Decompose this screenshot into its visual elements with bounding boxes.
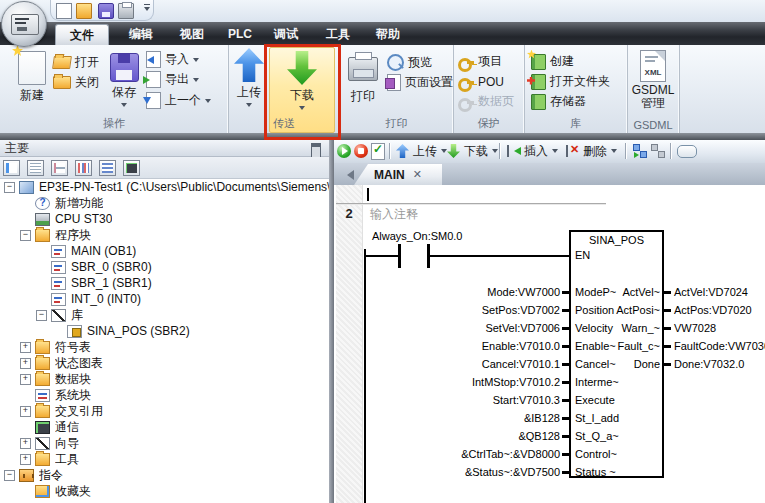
compile-button[interactable] xyxy=(371,141,385,161)
export-button[interactable]: 导出 xyxy=(146,71,199,88)
output-operand[interactable]: FaultCode:VW7030 xyxy=(674,340,765,352)
tab-file[interactable]: 文件 xyxy=(55,24,109,46)
library-memory-button[interactable]: 存储器 xyxy=(531,93,586,110)
input-operand[interactable]: Enable:V7010.0 xyxy=(334,340,560,352)
tree-expand-toggle[interactable]: + xyxy=(20,406,31,417)
stop-button[interactable] xyxy=(354,141,368,161)
customize-quick-access-icon[interactable] xyxy=(144,7,150,14)
close-button[interactable]: 关闭 xyxy=(53,74,99,91)
contact-bar[interactable] xyxy=(398,244,401,268)
network-comment[interactable]: 输入注释 xyxy=(370,206,418,223)
run-button[interactable] xyxy=(337,141,351,161)
tree-expand-toggle[interactable]: + xyxy=(20,342,31,353)
upload-toolbar-button[interactable]: 上传 xyxy=(396,141,447,161)
output-operand[interactable]: ActVel:VD7024 xyxy=(674,286,748,298)
gsdml-manage-button[interactable]: XML GSDML管理 xyxy=(630,50,676,110)
tree-expand-toggle[interactable]: + xyxy=(20,438,31,449)
save-button[interactable]: 保存 xyxy=(106,53,142,110)
tab-edit[interactable]: 编辑 xyxy=(116,24,166,45)
insert-button[interactable]: 插入 xyxy=(507,141,558,161)
tree-item[interactable]: −EP3E-PN-Test1 (C:\Users\Public\Document… xyxy=(0,179,329,195)
tree-item[interactable]: 系统块 xyxy=(0,387,329,403)
tree-expand-toggle[interactable]: − xyxy=(4,182,15,193)
communication-icon[interactable] xyxy=(123,160,140,176)
tab-scroll-left-icon[interactable] xyxy=(342,170,354,180)
tab-main[interactable]: MAIN ✕ xyxy=(354,164,442,185)
input-operand[interactable]: IntMStop:V7010.2 xyxy=(334,376,560,388)
tree-item[interactable]: SINA_POS (SBR2) xyxy=(0,323,329,339)
tree-expand-toggle[interactable]: + xyxy=(20,454,31,465)
input-operand[interactable]: &CtrlTab~:&VD8000 xyxy=(334,448,560,460)
delete-button[interactable]: 删除 xyxy=(566,141,617,161)
status-chart-icon[interactable] xyxy=(51,160,68,176)
tree-expand-toggle[interactable]: − xyxy=(4,470,15,481)
tab-help[interactable]: 帮助 xyxy=(364,24,412,45)
tree-item[interactable]: MAIN (OB1) xyxy=(0,243,329,259)
new-button[interactable]: 新建 xyxy=(10,51,54,104)
tree-item[interactable]: SBR_0 (SBR0) xyxy=(0,259,329,275)
tree-item[interactable]: +状态图表 xyxy=(0,355,329,371)
tab-view[interactable]: 视图 xyxy=(168,24,216,45)
pin-icon[interactable] xyxy=(311,143,321,158)
tab-debug[interactable]: 调试 xyxy=(262,24,310,45)
print-button[interactable]: 打印 xyxy=(344,51,382,105)
library-create-button[interactable]: 创建 xyxy=(531,53,574,70)
input-operand[interactable]: &Status~:&VD7500 xyxy=(334,466,560,478)
previous-button[interactable]: 上一个 xyxy=(146,92,211,109)
contact-bar[interactable] xyxy=(427,244,430,268)
save-icon[interactable] xyxy=(98,3,114,19)
tree-item[interactable]: +符号表 xyxy=(0,339,329,355)
tree-item[interactable]: −程序块 xyxy=(0,227,329,243)
symbol-table-icon[interactable] xyxy=(27,160,44,176)
tree-item[interactable]: +向导 xyxy=(0,435,329,451)
library-open-folder-button[interactable]: 打开文件夹 xyxy=(531,73,610,90)
input-operand[interactable]: &IB128 xyxy=(334,412,560,424)
preview-button[interactable]: 预览 xyxy=(387,54,432,71)
tree-item[interactable]: INT_0 (INT0) xyxy=(0,291,329,307)
contact-operand[interactable]: Always_On:SM0.0 xyxy=(372,230,462,242)
tree-expand-toggle[interactable]: + xyxy=(20,358,31,369)
close-tab-icon[interactable]: ✕ xyxy=(413,168,422,181)
output-operand[interactable]: VW7028 xyxy=(674,322,716,334)
input-operand[interactable]: SetVel:VD7006 xyxy=(334,322,560,334)
tree-item[interactable]: 通信 xyxy=(0,419,329,435)
page-setup-button[interactable]: 页面设置 xyxy=(387,74,453,91)
tab-tools[interactable]: 工具 xyxy=(314,24,362,45)
tree-item[interactable]: SBR_1 (SBR1) xyxy=(0,275,329,291)
input-operand[interactable]: Cancel:V7010.1 xyxy=(334,358,560,370)
output-operand[interactable]: ActPos:VD7020 xyxy=(674,304,752,316)
tree-item[interactable]: CPU ST30 xyxy=(0,211,329,227)
data-block-icon[interactable] xyxy=(75,160,92,176)
tab-plc[interactable]: PLC xyxy=(218,24,262,45)
ladder-canvas[interactable]: 2 输入注释 Always_On:SM0.0 SINA_POS EN Mode:… xyxy=(334,185,765,503)
output-operand[interactable]: Done:V7032.0 xyxy=(674,358,744,370)
tree-item[interactable]: −库 xyxy=(0,307,329,323)
tree-expand-toggle[interactable]: + xyxy=(20,374,31,385)
import-button[interactable]: 导入 xyxy=(146,51,199,68)
open-button[interactable]: 打开 xyxy=(53,54,99,71)
tree-item[interactable]: −指令 xyxy=(0,467,329,483)
input-operand[interactable]: Mode:VW7000 xyxy=(334,286,560,298)
network-view-alt-button[interactable] xyxy=(651,141,665,161)
tree-item[interactable]: +工具 xyxy=(0,451,329,467)
new-document-icon[interactable] xyxy=(56,3,72,19)
network-view-button[interactable] xyxy=(633,141,647,161)
protect-pou-button[interactable]: POU xyxy=(458,73,504,90)
cross-reference-icon[interactable] xyxy=(99,160,116,176)
open-folder-icon[interactable] xyxy=(76,3,92,19)
input-operand[interactable]: Start:V7010.3 xyxy=(334,394,560,406)
tree-item[interactable]: +交叉引用 xyxy=(0,403,329,419)
input-operand[interactable]: &QB128 xyxy=(334,430,560,442)
tree-item[interactable]: 收藏夹 xyxy=(0,483,329,499)
tree-item[interactable]: 新增功能 xyxy=(0,195,329,211)
tree-expand-toggle[interactable]: − xyxy=(36,310,47,321)
upload-button[interactable]: 上传 xyxy=(232,48,266,110)
download-toolbar-button[interactable]: 下载 xyxy=(447,141,498,161)
program-editor-icon[interactable] xyxy=(3,160,20,176)
tree-item[interactable]: +数据块 xyxy=(0,371,329,387)
print-icon[interactable] xyxy=(118,3,134,19)
protect-project-button[interactable]: 项目 xyxy=(458,53,502,70)
tree-expand-toggle[interactable]: − xyxy=(20,230,31,241)
app-button[interactable] xyxy=(1,1,47,47)
box-select-button[interactable] xyxy=(677,141,697,161)
